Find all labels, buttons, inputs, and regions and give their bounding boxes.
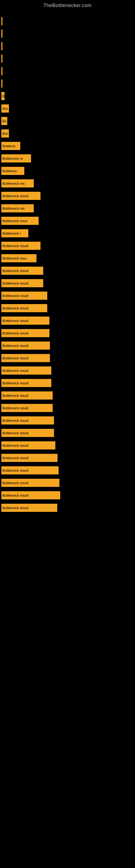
bar-row: Bottleneck result	[1, 365, 135, 376]
bottleneck-bar: Bottlene	[1, 142, 20, 150]
bar-row: Bottleneck result	[1, 377, 135, 389]
bar-row: Bottleneck res	[1, 177, 135, 189]
bottleneck-bar: Bottleneck result	[1, 304, 47, 312]
bottleneck-bar: Bottleneck resu	[1, 254, 37, 262]
bar-row: Bot	[1, 102, 135, 115]
bar-row: Bot	[1, 127, 135, 140]
bottleneck-bar	[1, 30, 2, 38]
bar-row	[1, 65, 135, 77]
bar-row: Bottleneck resu	[1, 252, 135, 264]
bar-row: Bottleneck result	[1, 352, 135, 364]
bars-container: BBotBoBotBottleneBottleneck reBottlenecB…	[0, 10, 135, 517]
bottleneck-bar: Bottleneck result	[1, 354, 50, 362]
bar-row: Bottlene	[1, 140, 135, 152]
bar-row: Bottlenec	[1, 165, 135, 177]
bar-row: Bottleneck result	[1, 340, 135, 351]
bottleneck-bar: Bottleneck resul	[1, 217, 39, 225]
bottleneck-bar: Bottleneck r	[1, 229, 28, 237]
bar-row: Bottleneck re	[1, 152, 135, 164]
bottleneck-bar	[1, 55, 2, 63]
bottleneck-bar	[1, 80, 2, 88]
bottleneck-bar: Bottleneck result	[1, 291, 47, 300]
bottleneck-bar: Bottleneck result	[1, 192, 41, 200]
bottleneck-bar: Bottleneck result	[1, 367, 51, 375]
bar-row: Bottleneck result	[1, 477, 135, 489]
bottleneck-bar: Bottleneck result	[1, 416, 54, 425]
bottleneck-bar: Bottleneck result	[1, 279, 43, 287]
bar-row: Bottleneck result	[1, 502, 135, 514]
bottleneck-bar: Bot	[1, 104, 9, 113]
bottleneck-bar: Bottleneck result	[1, 392, 53, 400]
bottleneck-bar: Bottleneck result	[1, 466, 58, 474]
bottleneck-bar: Bottleneck result	[1, 242, 41, 250]
bottleneck-bar	[1, 42, 2, 50]
bar-row	[1, 40, 135, 52]
bar-row: Bottleneck result	[1, 240, 135, 252]
bottleneck-bar: Bottleneck result	[1, 479, 59, 487]
bottleneck-bar: Bottleneck result	[1, 441, 55, 450]
bottleneck-bar: Bottleneck result	[1, 429, 54, 437]
bar-row: Bottleneck result	[1, 464, 135, 476]
bar-row: Bottleneck result	[1, 402, 135, 414]
bottleneck-bar: Bottleneck res	[1, 179, 34, 187]
bar-row	[1, 53, 135, 65]
bar-row: Bottleneck result	[1, 290, 135, 302]
bar-row: Bottleneck result	[1, 439, 135, 452]
bar-row: Bottleneck result	[1, 390, 135, 401]
bar-row: Bottleneck result	[1, 315, 135, 327]
bar-row: Bottleneck r	[1, 227, 135, 239]
bar-row: Bottleneck res	[1, 203, 135, 214]
bar-row: B	[1, 90, 135, 102]
bottleneck-bar: Bottleneck result	[1, 379, 51, 387]
bottleneck-bar: Bottleneck re	[1, 154, 31, 162]
bar-row: Bottleneck result	[1, 452, 135, 464]
bar-row: Bottleneck result	[1, 414, 135, 426]
bar-row: Bottleneck result	[1, 327, 135, 339]
bar-row: Bo	[1, 115, 135, 127]
bar-row: Bottleneck result	[1, 489, 135, 501]
bottleneck-bar: Bo	[1, 117, 7, 125]
bottleneck-bar: Bottleneck result	[1, 491, 60, 499]
bottleneck-bar: Bottleneck result	[1, 504, 57, 512]
bar-row: Bottleneck resul	[1, 215, 135, 227]
bottleneck-bar: Bot	[1, 129, 9, 137]
bottleneck-bar: Bottleneck result	[1, 341, 50, 350]
bar-row: Bottleneck result	[1, 302, 135, 314]
bottleneck-bar	[1, 67, 2, 75]
site-title: TheBottlenecker.com	[0, 0, 135, 10]
bar-row: Bottleneck result	[1, 427, 135, 439]
bottleneck-bar: Bottleneck result	[1, 404, 53, 412]
bottleneck-bar: Bottleneck result	[1, 316, 49, 325]
bottleneck-bar: B	[1, 92, 5, 100]
bar-row	[1, 28, 135, 40]
bar-row: Bottleneck result	[1, 265, 135, 277]
bar-row	[1, 78, 135, 90]
bottleneck-bar: Bottlenec	[1, 167, 24, 175]
bottleneck-bar	[1, 17, 2, 25]
bar-row	[1, 15, 135, 27]
bottleneck-bar: Bottleneck result	[1, 329, 49, 337]
bottleneck-bar: Bottleneck res	[1, 204, 34, 212]
bottleneck-bar: Bottleneck result	[1, 267, 43, 275]
bottleneck-bar: Bottleneck result	[1, 454, 57, 462]
bar-row: Bottleneck result	[1, 277, 135, 289]
bar-row: Bottleneck result	[1, 190, 135, 202]
